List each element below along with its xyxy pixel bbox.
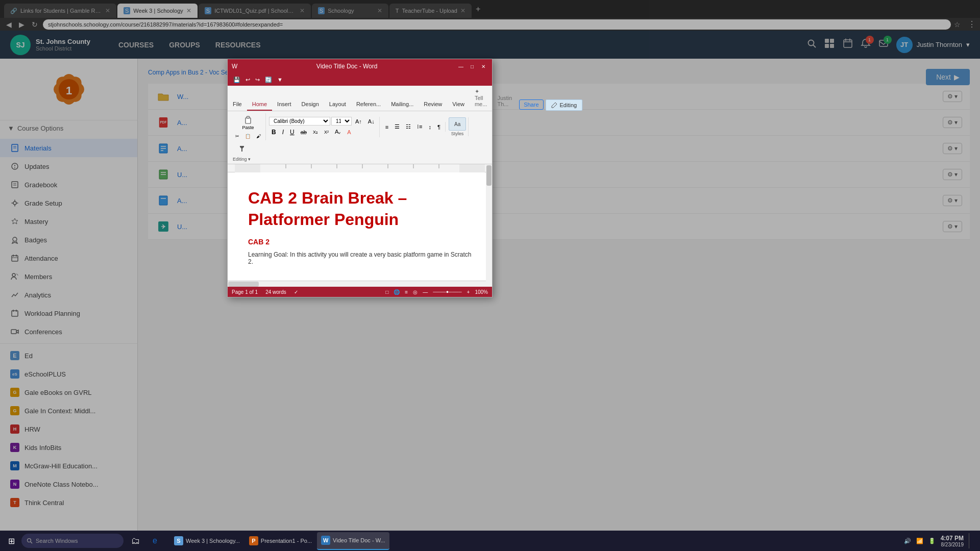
word-zoom-slider[interactable]: ────●──── xyxy=(433,289,461,294)
taskbar-item-schoology[interactable]: S Week 3 | Schoology... xyxy=(170,532,244,550)
taskbar-search-text: Search Windows xyxy=(36,538,78,544)
word-redo-button[interactable]: ↪ xyxy=(254,76,261,84)
word-zoom-minus[interactable]: — xyxy=(423,289,428,295)
word-check-icon: ✓ xyxy=(294,289,298,295)
editing-button[interactable] xyxy=(234,141,250,157)
underline-button[interactable]: U xyxy=(287,127,297,137)
styles-button[interactable]: Aa xyxy=(449,117,466,131)
bold-button[interactable]: B xyxy=(269,127,279,137)
font-family-select[interactable]: Calibri (Body) xyxy=(269,117,330,126)
word-ribbon-tabs: File Home Insert Design Layout Referen..… xyxy=(228,86,492,111)
word-undo-button[interactable]: ↩ xyxy=(244,76,252,84)
clear-format-button[interactable]: Aᵥ xyxy=(332,127,344,137)
line-spacing-button[interactable]: ↕ xyxy=(426,122,434,132)
word-layout-icon[interactable]: □ xyxy=(385,289,388,295)
word-focus-icon[interactable]: ◎ xyxy=(413,289,418,295)
font-shrink-button[interactable]: A↓ xyxy=(365,117,377,126)
font-color-button[interactable]: A xyxy=(345,128,353,137)
styles-label: Styles xyxy=(451,131,464,136)
ribbon-tab-layout[interactable]: Layout xyxy=(324,98,351,111)
word-close-button[interactable]: ✕ xyxy=(479,62,488,71)
ribbon-tab-insert[interactable]: Insert xyxy=(272,98,297,111)
powerpoint-taskbar-icon: P xyxy=(249,536,258,545)
word-zoom-plus[interactable]: + xyxy=(467,289,470,295)
copy-button[interactable]: 📋 xyxy=(242,132,253,140)
editing-text: Editing xyxy=(560,102,577,108)
word-body-text: Learning Goal: In this activity you will… xyxy=(248,251,472,265)
word-web-icon[interactable]: 🌐 xyxy=(394,289,400,295)
word-minimize-button[interactable]: — xyxy=(456,62,465,71)
word-refresh-button[interactable]: 🔄 xyxy=(263,76,274,84)
start-button[interactable]: ⊞ xyxy=(3,532,20,550)
taskbar-item-ie[interactable]: e xyxy=(149,532,169,550)
paste-label: Paste xyxy=(242,125,254,130)
word-ribbon: Paste ✂ 📋 🖌 Calibri (Body) 11 xyxy=(228,111,492,164)
svg-point-64 xyxy=(28,539,31,542)
taskbar-label-schoology: Week 3 | Schoology... xyxy=(186,538,240,544)
ribbon-tab-design[interactable]: Design xyxy=(297,98,324,111)
word-outline-icon[interactable]: ≡ xyxy=(405,289,408,295)
strikethrough-button[interactable]: ab xyxy=(298,128,309,137)
word-qat: 💾 ↩ ↪ 🔄 ▼ xyxy=(228,73,492,86)
word-window: W Video Title Doc - Word — □ ✕ 💾 ↩ ↪ 🔄 ▼… xyxy=(227,59,493,297)
word-vertical-scrollbar[interactable] xyxy=(486,164,492,287)
volume-icon: 📶 xyxy=(916,538,923,544)
align-center-button[interactable]: ☰ xyxy=(392,122,402,132)
editing-group-label: Editing ▾ xyxy=(233,157,251,162)
word-page-info: Page 1 of 1 xyxy=(232,289,258,295)
word-subheading: CAB 2 xyxy=(248,238,472,246)
taskbar-label-powerpoint: Presentation1 - Po... xyxy=(261,538,312,544)
word-vscroll-thumb[interactable] xyxy=(486,165,492,186)
italic-button[interactable]: I xyxy=(280,127,286,137)
word-title: Video Title Doc - Word xyxy=(241,63,452,70)
format-painter-button[interactable]: 🖌 xyxy=(254,132,263,140)
systray: 🔊 📶 🔋 4:07 PM 8/23/2019 xyxy=(899,533,977,548)
svg-line-65 xyxy=(31,542,32,543)
cut-button[interactable]: ✂ xyxy=(233,132,242,140)
battery-icon: 🔋 xyxy=(928,538,936,544)
align-left-button[interactable]: ≡ xyxy=(383,122,391,132)
date-display: 8/23/2019 xyxy=(941,542,964,547)
font-size-select[interactable]: 11 xyxy=(331,117,352,126)
taskbar-search[interactable]: Search Windows xyxy=(21,534,124,548)
paste-button[interactable]: Paste xyxy=(239,113,256,132)
ribbon-tab-mailings[interactable]: Mailing... xyxy=(386,98,419,111)
ribbon-tab-references[interactable]: Referen... xyxy=(351,98,386,111)
time-display: 4:07 PM xyxy=(941,535,964,542)
ribbon-tab-view[interactable]: View xyxy=(447,98,470,111)
ribbon-tab-file[interactable]: File xyxy=(228,98,247,111)
svg-rect-53 xyxy=(247,116,250,118)
taskbar-label-word: Video Title Doc - W... xyxy=(333,537,385,543)
word-horizontal-scrollbar[interactable] xyxy=(228,281,492,287)
word-word-count: 24 words xyxy=(265,289,286,295)
word-taskbar-icon: W xyxy=(321,536,330,545)
word-hscroll-thumb[interactable] xyxy=(228,282,259,287)
subscript-button[interactable]: X₂ xyxy=(310,128,321,136)
ribbon-group-editing: Editing ▾ xyxy=(231,141,253,162)
ribbon-tab-share[interactable]: Share xyxy=(519,99,543,110)
ribbon-group-clipboard: Paste ✂ 📋 🖌 xyxy=(231,113,266,140)
taskbar-item-word[interactable]: W Video Title Doc - W... xyxy=(317,532,389,550)
font-grow-button[interactable]: A↑ xyxy=(353,117,364,126)
word-save-button[interactable]: 💾 xyxy=(232,76,242,84)
word-statusbar: Page 1 of 1 24 words ✓ □ 🌐 ≡ ◎ — ────●──… xyxy=(228,287,492,297)
paragraph-mark-button[interactable]: ¶ xyxy=(435,122,443,132)
word-qat-dropdown[interactable]: ▼ xyxy=(276,76,284,83)
taskbar-item-powerpoint[interactable]: P Presentation1 - Po... xyxy=(245,532,316,550)
ribbon-group-paragraph: ≡ ☰ ☷ ⁞≡ ↕ ¶ xyxy=(381,122,446,132)
justify-button[interactable]: ⁞≡ xyxy=(414,122,425,132)
word-body: CAB 2 Brain Break – Platformer Penguin C… xyxy=(228,172,492,281)
word-heading-1: CAB 2 Brain Break – Platformer Penguin xyxy=(248,188,472,230)
ribbon-tab-tellme[interactable]: ✦ Tell me... xyxy=(470,86,492,111)
network-icon: 🔊 xyxy=(904,538,911,544)
ribbon-tab-home[interactable]: Home xyxy=(247,98,272,111)
taskbar-item-file-explorer[interactable]: 🗂 xyxy=(127,532,148,550)
word-app-icon: W xyxy=(232,63,237,70)
word-scroll-area: CAB 2 Brain Break – Platformer Penguin C… xyxy=(228,164,492,287)
word-statusbar-right: □ 🌐 ≡ ◎ — ────●──── + 100% xyxy=(385,289,488,295)
show-desktop-button[interactable] xyxy=(969,533,972,548)
ribbon-tab-review[interactable]: Review xyxy=(419,98,447,111)
superscript-button[interactable]: X² xyxy=(322,128,331,136)
align-right-button[interactable]: ☷ xyxy=(403,122,413,132)
word-maximize-button[interactable]: □ xyxy=(468,62,477,71)
